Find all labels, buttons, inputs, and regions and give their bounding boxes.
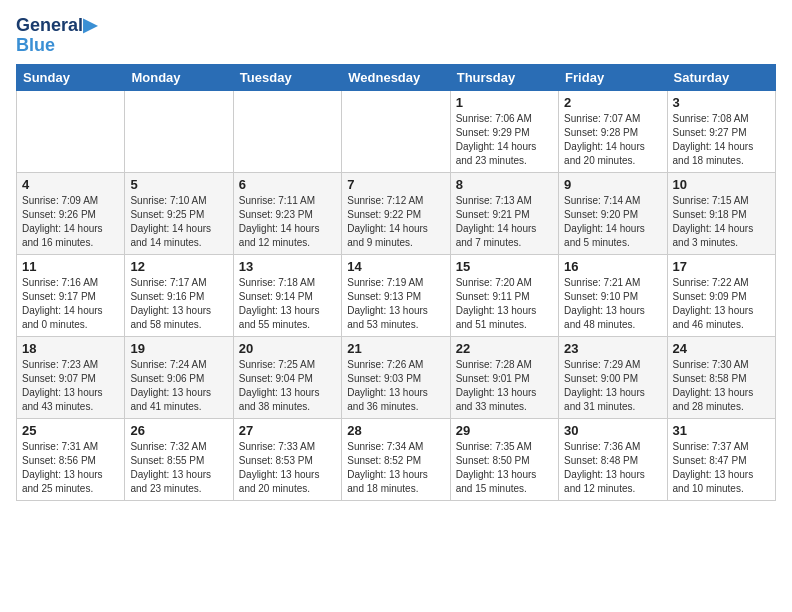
calendar-body: 1Sunrise: 7:06 AM Sunset: 9:29 PM Daylig… (17, 90, 776, 500)
calendar-cell: 17Sunrise: 7:22 AM Sunset: 9:09 PM Dayli… (667, 254, 775, 336)
day-number: 23 (564, 341, 661, 356)
day-info: Sunrise: 7:24 AM Sunset: 9:06 PM Dayligh… (130, 358, 227, 414)
calendar-cell: 3Sunrise: 7:08 AM Sunset: 9:27 PM Daylig… (667, 90, 775, 172)
day-info: Sunrise: 7:11 AM Sunset: 9:23 PM Dayligh… (239, 194, 336, 250)
day-info: Sunrise: 7:25 AM Sunset: 9:04 PM Dayligh… (239, 358, 336, 414)
calendar-cell: 5Sunrise: 7:10 AM Sunset: 9:25 PM Daylig… (125, 172, 233, 254)
calendar-cell: 8Sunrise: 7:13 AM Sunset: 9:21 PM Daylig… (450, 172, 558, 254)
calendar-cell: 12Sunrise: 7:17 AM Sunset: 9:16 PM Dayli… (125, 254, 233, 336)
weekday-header-sunday: Sunday (17, 64, 125, 90)
calendar-cell: 4Sunrise: 7:09 AM Sunset: 9:26 PM Daylig… (17, 172, 125, 254)
calendar-cell: 24Sunrise: 7:30 AM Sunset: 8:58 PM Dayli… (667, 336, 775, 418)
day-number: 26 (130, 423, 227, 438)
day-info: Sunrise: 7:20 AM Sunset: 9:11 PM Dayligh… (456, 276, 553, 332)
day-number: 3 (673, 95, 770, 110)
day-info: Sunrise: 7:31 AM Sunset: 8:56 PM Dayligh… (22, 440, 119, 496)
day-number: 24 (673, 341, 770, 356)
day-info: Sunrise: 7:18 AM Sunset: 9:14 PM Dayligh… (239, 276, 336, 332)
day-number: 28 (347, 423, 444, 438)
day-number: 14 (347, 259, 444, 274)
calendar-cell: 10Sunrise: 7:15 AM Sunset: 9:18 PM Dayli… (667, 172, 775, 254)
calendar-cell: 22Sunrise: 7:28 AM Sunset: 9:01 PM Dayli… (450, 336, 558, 418)
day-info: Sunrise: 7:19 AM Sunset: 9:13 PM Dayligh… (347, 276, 444, 332)
day-info: Sunrise: 7:21 AM Sunset: 9:10 PM Dayligh… (564, 276, 661, 332)
calendar-header: SundayMondayTuesdayWednesdayThursdayFrid… (17, 64, 776, 90)
day-number: 9 (564, 177, 661, 192)
calendar-week-row: 11Sunrise: 7:16 AM Sunset: 9:17 PM Dayli… (17, 254, 776, 336)
day-info: Sunrise: 7:35 AM Sunset: 8:50 PM Dayligh… (456, 440, 553, 496)
calendar-cell (342, 90, 450, 172)
day-info: Sunrise: 7:32 AM Sunset: 8:55 PM Dayligh… (130, 440, 227, 496)
day-info: Sunrise: 7:22 AM Sunset: 9:09 PM Dayligh… (673, 276, 770, 332)
day-number: 6 (239, 177, 336, 192)
calendar-week-row: 4Sunrise: 7:09 AM Sunset: 9:26 PM Daylig… (17, 172, 776, 254)
calendar-week-row: 25Sunrise: 7:31 AM Sunset: 8:56 PM Dayli… (17, 418, 776, 500)
weekday-header-tuesday: Tuesday (233, 64, 341, 90)
day-number: 17 (673, 259, 770, 274)
day-info: Sunrise: 7:34 AM Sunset: 8:52 PM Dayligh… (347, 440, 444, 496)
calendar-cell (233, 90, 341, 172)
day-number: 16 (564, 259, 661, 274)
day-info: Sunrise: 7:23 AM Sunset: 9:07 PM Dayligh… (22, 358, 119, 414)
calendar-cell: 26Sunrise: 7:32 AM Sunset: 8:55 PM Dayli… (125, 418, 233, 500)
day-number: 2 (564, 95, 661, 110)
weekday-header-thursday: Thursday (450, 64, 558, 90)
calendar-cell: 21Sunrise: 7:26 AM Sunset: 9:03 PM Dayli… (342, 336, 450, 418)
day-info: Sunrise: 7:33 AM Sunset: 8:53 PM Dayligh… (239, 440, 336, 496)
calendar-cell: 11Sunrise: 7:16 AM Sunset: 9:17 PM Dayli… (17, 254, 125, 336)
calendar-cell: 13Sunrise: 7:18 AM Sunset: 9:14 PM Dayli… (233, 254, 341, 336)
calendar-cell: 16Sunrise: 7:21 AM Sunset: 9:10 PM Dayli… (559, 254, 667, 336)
day-info: Sunrise: 7:13 AM Sunset: 9:21 PM Dayligh… (456, 194, 553, 250)
day-info: Sunrise: 7:06 AM Sunset: 9:29 PM Dayligh… (456, 112, 553, 168)
calendar-cell: 18Sunrise: 7:23 AM Sunset: 9:07 PM Dayli… (17, 336, 125, 418)
calendar-cell: 27Sunrise: 7:33 AM Sunset: 8:53 PM Dayli… (233, 418, 341, 500)
day-info: Sunrise: 7:14 AM Sunset: 9:20 PM Dayligh… (564, 194, 661, 250)
day-number: 15 (456, 259, 553, 274)
calendar-cell: 2Sunrise: 7:07 AM Sunset: 9:28 PM Daylig… (559, 90, 667, 172)
day-info: Sunrise: 7:37 AM Sunset: 8:47 PM Dayligh… (673, 440, 770, 496)
weekday-header-row: SundayMondayTuesdayWednesdayThursdayFrid… (17, 64, 776, 90)
day-info: Sunrise: 7:16 AM Sunset: 9:17 PM Dayligh… (22, 276, 119, 332)
day-info: Sunrise: 7:08 AM Sunset: 9:27 PM Dayligh… (673, 112, 770, 168)
day-number: 7 (347, 177, 444, 192)
day-info: Sunrise: 7:09 AM Sunset: 9:26 PM Dayligh… (22, 194, 119, 250)
calendar-cell: 28Sunrise: 7:34 AM Sunset: 8:52 PM Dayli… (342, 418, 450, 500)
day-number: 29 (456, 423, 553, 438)
day-number: 22 (456, 341, 553, 356)
day-number: 8 (456, 177, 553, 192)
calendar-cell: 30Sunrise: 7:36 AM Sunset: 8:48 PM Dayli… (559, 418, 667, 500)
day-number: 20 (239, 341, 336, 356)
day-number: 13 (239, 259, 336, 274)
logo: General▶Blue (16, 16, 97, 56)
day-number: 4 (22, 177, 119, 192)
weekday-header-friday: Friday (559, 64, 667, 90)
calendar-cell: 29Sunrise: 7:35 AM Sunset: 8:50 PM Dayli… (450, 418, 558, 500)
day-number: 18 (22, 341, 119, 356)
calendar-cell: 31Sunrise: 7:37 AM Sunset: 8:47 PM Dayli… (667, 418, 775, 500)
day-number: 10 (673, 177, 770, 192)
day-info: Sunrise: 7:12 AM Sunset: 9:22 PM Dayligh… (347, 194, 444, 250)
day-number: 30 (564, 423, 661, 438)
day-number: 11 (22, 259, 119, 274)
day-info: Sunrise: 7:17 AM Sunset: 9:16 PM Dayligh… (130, 276, 227, 332)
day-number: 31 (673, 423, 770, 438)
day-number: 21 (347, 341, 444, 356)
calendar-cell: 19Sunrise: 7:24 AM Sunset: 9:06 PM Dayli… (125, 336, 233, 418)
day-info: Sunrise: 7:29 AM Sunset: 9:00 PM Dayligh… (564, 358, 661, 414)
page-header: General▶Blue (16, 16, 776, 56)
day-info: Sunrise: 7:15 AM Sunset: 9:18 PM Dayligh… (673, 194, 770, 250)
calendar-cell: 20Sunrise: 7:25 AM Sunset: 9:04 PM Dayli… (233, 336, 341, 418)
logo-text: General▶Blue (16, 16, 97, 56)
day-number: 25 (22, 423, 119, 438)
calendar-cell: 23Sunrise: 7:29 AM Sunset: 9:00 PM Dayli… (559, 336, 667, 418)
day-info: Sunrise: 7:28 AM Sunset: 9:01 PM Dayligh… (456, 358, 553, 414)
weekday-header-wednesday: Wednesday (342, 64, 450, 90)
calendar-table: SundayMondayTuesdayWednesdayThursdayFrid… (16, 64, 776, 501)
day-number: 5 (130, 177, 227, 192)
weekday-header-monday: Monday (125, 64, 233, 90)
day-number: 12 (130, 259, 227, 274)
day-number: 1 (456, 95, 553, 110)
calendar-cell (125, 90, 233, 172)
calendar-cell (17, 90, 125, 172)
day-info: Sunrise: 7:26 AM Sunset: 9:03 PM Dayligh… (347, 358, 444, 414)
